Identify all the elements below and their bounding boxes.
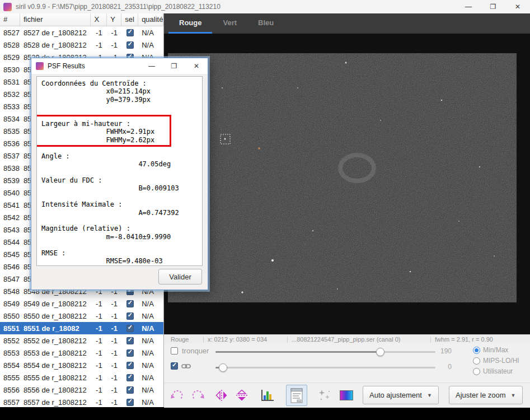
row-num: 8557 <box>0 398 20 407</box>
radio-label: Utilisateur <box>483 367 513 375</box>
row-file: 8549 de r_1808212 <box>20 300 91 308</box>
row-x: -1 <box>91 300 107 308</box>
minimize-button[interactable]: — <box>456 0 481 13</box>
table-row[interactable]: 8557 8557 de r_1808212 -1 -1 N/A <box>0 396 163 407</box>
row-num: 8538 <box>0 164 20 172</box>
row-num: 8542 <box>0 213 20 222</box>
table-row[interactable]: 8550 8550 de r_1808212 -1 -1 N/A <box>0 310 163 322</box>
row-checkbox[interactable] <box>126 29 134 36</box>
psf-dialog-titlebar[interactable]: PSF Results — ❐ ✕ <box>31 58 208 74</box>
false-color-icon[interactable] <box>338 388 355 403</box>
row-num: 8528 <box>0 41 20 49</box>
column-header-2[interactable]: X <box>91 13 107 26</box>
radio-button[interactable] <box>473 347 480 354</box>
row-num: 8546 <box>0 263 20 271</box>
column-header-5[interactable]: qualité <box>138 13 163 26</box>
row-checkbox[interactable] <box>126 349 134 357</box>
tab-vert[interactable]: Vert <box>212 13 247 34</box>
row-checkbox[interactable] <box>126 312 134 320</box>
radio-option-0[interactable]: Min/Max <box>473 346 508 354</box>
high-slider[interactable] <box>215 348 435 356</box>
radio-option-1[interactable]: MIPS-LO/HI <box>473 356 519 365</box>
table-row[interactable]: 8555 8555 de r_1808212 -1 -1 N/A <box>0 371 163 384</box>
truncate-checkbox[interactable] <box>171 347 178 354</box>
redo-icon[interactable] <box>190 388 207 403</box>
table-row[interactable]: 8552 8552 de r_1808212 -1 -1 N/A <box>0 334 163 347</box>
low-slider-track[interactable] <box>215 367 435 368</box>
row-num: 8527 <box>0 29 20 37</box>
row-quality: N/A <box>138 386 163 394</box>
row-x: -1 <box>91 374 107 382</box>
link-channels-icon[interactable] <box>181 363 191 370</box>
tab-bleu[interactable]: Bleu <box>247 13 284 34</box>
table-row[interactable]: 8527 8527 de r_1808212 -1 -1 N/A <box>0 26 163 39</box>
column-header-3[interactable]: Y <box>107 13 121 26</box>
bottom-toolbar: Auto ajustement ▼ Ajuster le zoom ▼ <box>164 382 530 408</box>
row-checkbox[interactable] <box>126 399 134 406</box>
high-cutoff-row: tronquer <box>171 347 209 355</box>
mirror-y-icon[interactable] <box>233 388 250 403</box>
main-window: siril v0.9.9 - F:\M57\pipp_20180821_2353… <box>0 0 530 407</box>
table-row[interactable]: 8528 8528 de r_1808212 -1 -1 N/A <box>0 39 163 51</box>
star-detection-icon[interactable] <box>316 388 333 403</box>
radio-option-2[interactable]: Utilisateur <box>473 367 513 376</box>
image-display-area[interactable] <box>164 34 530 334</box>
display-mode-radios: Min/MaxMIPS-LO/HIUtilisateur <box>473 343 529 382</box>
table-row[interactable]: 8551 8551 de r_18082 -1 -1 N/A <box>0 322 163 334</box>
low-checkbox[interactable] <box>171 362 178 370</box>
row-y: -1 <box>107 374 121 382</box>
row-file: 8528 de r_1808212 <box>20 41 91 49</box>
psf-minimize-button[interactable]: — <box>140 58 163 74</box>
row-checkbox[interactable] <box>126 386 134 394</box>
tab-rouge[interactable]: Rouge <box>168 13 212 34</box>
column-header-4[interactable]: sel <box>121 13 138 26</box>
row-checkbox[interactable] <box>126 41 134 49</box>
star <box>258 147 260 150</box>
row-checkbox[interactable] <box>126 374 134 381</box>
window-controls: — ❐ ✕ <box>456 0 530 13</box>
row-checkbox[interactable] <box>126 325 134 332</box>
row-x: -1 <box>91 312 107 320</box>
table-row[interactable]: 8553 8553 de r_1808212 -1 -1 N/A <box>0 347 163 359</box>
maximize-button[interactable]: ❐ <box>481 0 505 13</box>
row-num: 8551 <box>0 324 20 333</box>
psf-close-button[interactable]: ✕ <box>185 58 208 74</box>
column-header-1[interactable]: fichier <box>20 13 91 26</box>
high-slider-handle[interactable] <box>376 348 384 356</box>
column-header-0[interactable]: # <box>0 13 20 26</box>
mirror-x-icon[interactable] <box>213 388 230 403</box>
undo-icon[interactable] <box>168 388 185 403</box>
starfield-image[interactable] <box>168 53 517 302</box>
table-header-row: #fichierXYselqualité <box>0 13 163 26</box>
adjust-zoom-button[interactable]: Ajuster le zoom ▼ <box>449 386 523 404</box>
close-button[interactable]: ✕ <box>505 0 530 13</box>
row-sel-cell <box>121 386 138 394</box>
low-slider[interactable] <box>215 363 435 372</box>
table-row[interactable]: 8554 8554 de r_1808212 -1 -1 N/A <box>0 359 163 371</box>
adjust-zoom-label: Ajuster le zoom <box>456 391 506 399</box>
validate-button[interactable]: Valider <box>158 269 202 284</box>
row-checkbox[interactable] <box>126 337 134 344</box>
table-row[interactable]: 8556 8556 de r_1808212 -1 -1 N/A <box>0 384 163 396</box>
image-panel: RougeVertBleu R <box>164 13 530 407</box>
row-file: 8550 de r_1808212 <box>20 312 91 320</box>
row-y: -1 <box>107 300 121 308</box>
psf-results-button[interactable] <box>286 385 307 406</box>
row-checkbox[interactable] <box>126 362 134 369</box>
row-file: 8552 de r_1808212 <box>20 337 91 345</box>
status-segment-1: x: 0212 y: 0380 = 034 <box>208 336 267 343</box>
row-num: 8549 <box>0 300 20 308</box>
row-num: 8533 <box>0 102 20 111</box>
row-y: -1 <box>107 398 121 407</box>
table-row[interactable]: 8549 8549 de r_1808212 -1 -1 N/A <box>0 297 163 310</box>
star <box>345 62 347 64</box>
row-x: -1 <box>91 324 107 333</box>
radio-button[interactable] <box>473 368 480 375</box>
row-checkbox[interactable] <box>126 300 134 307</box>
auto-adjust-button[interactable]: Auto ajustement ▼ <box>363 386 439 404</box>
row-num: 8550 <box>0 312 20 320</box>
histogram-icon[interactable] <box>259 388 276 403</box>
psf-maximize-button[interactable]: ❐ <box>163 58 185 74</box>
radio-button[interactable] <box>473 357 480 365</box>
low-slider-handle[interactable] <box>219 363 227 372</box>
